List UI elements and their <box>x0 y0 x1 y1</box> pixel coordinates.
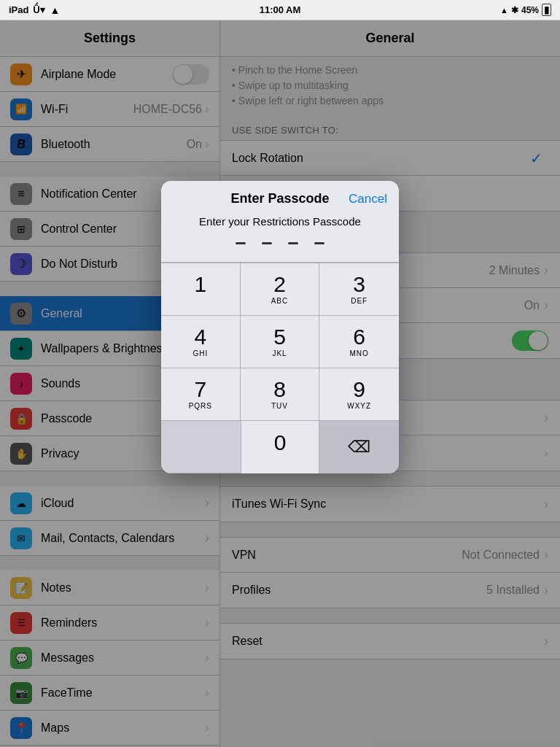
location-icon: ▲ <box>500 6 508 15</box>
key-4[interactable]: 4 GHI <box>161 316 241 368</box>
status-left: iPad Ǘ▾ ▲ <box>9 4 60 16</box>
status-time: 11:00 AM <box>260 4 301 15</box>
keypad: 1 2 ABC 3 DEF 4 GHI 5 JKL 6 MNO <box>161 263 399 421</box>
status-right: ▲ ✱ 45% ▮ <box>500 4 551 16</box>
keypad-bottom-row: 0 ⌫ <box>161 421 399 473</box>
wifi-icon: Ǘ▾ <box>33 4 45 15</box>
passcode-title: Enter Passcode <box>217 191 343 206</box>
battery-label: 45% <box>521 5 539 15</box>
key-9[interactable]: 9 WXYZ <box>319 368 399 421</box>
key-empty-left <box>161 421 241 473</box>
passcode-overlay: Enter Passcode Cancel Enter your Restric… <box>0 20 560 747</box>
wifi-signal-icon: ▲ <box>50 4 60 16</box>
key-2[interactable]: 2 ABC <box>241 263 320 316</box>
key-3[interactable]: 3 DEF <box>319 263 399 316</box>
passcode-dots <box>173 238 387 255</box>
key-1[interactable]: 1 <box>161 263 241 316</box>
dot-3 <box>288 242 298 244</box>
dot-2 <box>262 242 272 244</box>
passcode-header: Enter Passcode Cancel Enter your Restric… <box>161 181 399 263</box>
passcode-prompt: Enter your Restrictions Passcode <box>173 215 387 228</box>
key-7[interactable]: 7 PQRS <box>161 368 241 421</box>
key-8[interactable]: 8 TUV <box>241 368 320 421</box>
battery-icon: ▮ <box>542 4 551 16</box>
passcode-modal: Enter Passcode Cancel Enter your Restric… <box>161 181 399 473</box>
key-5[interactable]: 5 JKL <box>241 316 320 368</box>
dot-1 <box>236 242 246 244</box>
bluetooth-icon: ✱ <box>511 5 518 15</box>
key-backspace[interactable]: ⌫ <box>319 421 399 473</box>
dot-4 <box>314 242 324 244</box>
backspace-icon: ⌫ <box>348 438 370 457</box>
key-0[interactable]: 0 <box>241 421 320 473</box>
passcode-title-row: Enter Passcode Cancel <box>173 191 387 206</box>
carrier-label: iPad <box>9 4 28 15</box>
passcode-cancel-button[interactable]: Cancel <box>343 192 387 206</box>
key-6[interactable]: 6 MNO <box>319 316 399 368</box>
status-bar: iPad Ǘ▾ ▲ 11:00 AM ▲ ✱ 45% ▮ <box>0 0 560 20</box>
